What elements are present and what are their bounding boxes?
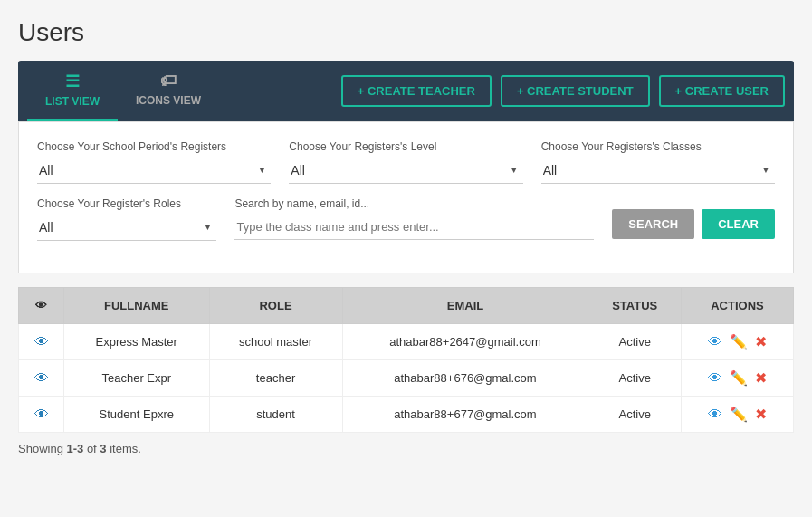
table-header-row: 👁 FULLNAME ROLE EMAIL STATUS ACTIONS xyxy=(19,288,794,324)
create-teacher-button[interactable]: + CREATE TEACHER xyxy=(341,75,492,107)
pagination-text: Showing 1-3 of 3 items. xyxy=(18,442,794,455)
table-body: 👁 Express Master school master athabar88… xyxy=(19,324,794,433)
delete-icon[interactable]: ✖ xyxy=(755,333,767,350)
col-fullname: FULLNAME xyxy=(64,288,210,324)
tab-icons-view[interactable]: 🏷 ICONS VIEW xyxy=(118,61,219,121)
page-container: Users ☰ LIST VIEW 🏷 ICONS VIEW + CREATE … xyxy=(0,0,812,517)
table-row: 👁 Student Epxre student athabar88+677@gm… xyxy=(19,397,794,433)
edit-icon[interactable]: ✏️ xyxy=(730,406,748,423)
view-icon[interactable]: 👁 xyxy=(708,334,722,350)
filter-period: Choose Your School Period's Registers Al… xyxy=(37,140,271,184)
create-user-button[interactable]: + CREATE USER xyxy=(659,75,785,107)
list-view-icon: ☰ xyxy=(65,72,80,91)
showing-label: Showing xyxy=(18,442,66,455)
classes-select[interactable]: All xyxy=(541,158,775,184)
level-label: Choose Your Registers's Level xyxy=(289,140,522,153)
period-label: Choose Your School Period's Registers xyxy=(37,140,271,153)
tab-icons-view-label: ICONS VIEW xyxy=(136,94,201,107)
row-actions: 👁 ✏️ ✖ xyxy=(681,324,793,360)
period-select[interactable]: All xyxy=(37,158,271,184)
row-actions: 👁 ✏️ ✖ xyxy=(681,360,793,397)
edit-icon[interactable]: ✏️ xyxy=(730,369,748,387)
row-eye[interactable]: 👁 xyxy=(19,360,64,397)
row-role: school master xyxy=(209,324,342,360)
delete-icon[interactable]: ✖ xyxy=(755,369,767,387)
tab-list-view-label: LIST VIEW xyxy=(45,95,100,108)
items-label: items. xyxy=(107,442,141,455)
filter-row-2: Choose Your Register's Roles All Search … xyxy=(37,197,775,241)
row-status: Active xyxy=(588,360,682,397)
table-section: 👁 FULLNAME ROLE EMAIL STATUS ACTIONS 👁 E… xyxy=(18,287,794,433)
col-email: EMAIL xyxy=(342,288,588,324)
search-input[interactable] xyxy=(234,215,594,240)
row-role: teacher xyxy=(209,360,342,397)
delete-icon[interactable]: ✖ xyxy=(755,406,767,423)
level-select[interactable]: All xyxy=(289,158,522,184)
row-actions: 👁 ✏️ ✖ xyxy=(681,397,793,433)
level-select-wrapper: All xyxy=(289,158,522,184)
roles-select[interactable]: All xyxy=(37,215,216,241)
tab-list-view[interactable]: ☰ LIST VIEW xyxy=(27,61,118,121)
row-fullname: Student Epxre xyxy=(64,397,210,433)
roles-select-wrapper: All xyxy=(37,215,216,241)
period-select-wrapper: All xyxy=(37,158,271,184)
search-buttons: SEARCH CLEAR xyxy=(612,197,775,241)
row-status: Active xyxy=(588,324,682,360)
row-status: Active xyxy=(588,397,682,433)
row-eye[interactable]: 👁 xyxy=(19,324,64,360)
top-bar: ☰ LIST VIEW 🏷 ICONS VIEW + CREATE TEACHE… xyxy=(18,61,794,121)
row-fullname: Teacher Expr xyxy=(64,360,210,397)
row-email: athabar88+2647@gmail.com xyxy=(342,324,588,360)
icons-view-icon: 🏷 xyxy=(160,72,177,91)
col-actions: ACTIONS xyxy=(681,288,793,324)
row-email: athabar88+676@gmal.com xyxy=(342,360,588,397)
action-buttons: + CREATE TEACHER + CREATE STUDENT + CREA… xyxy=(341,66,785,116)
create-student-button[interactable]: + CREATE STUDENT xyxy=(501,75,650,107)
col-role: ROLE xyxy=(209,288,342,324)
row-role: student xyxy=(209,397,342,433)
filter-classes: Choose Your Registers's Classes All xyxy=(541,140,775,184)
filter-search: Search by name, email, id... xyxy=(234,197,594,241)
total-count: 3 xyxy=(100,442,106,455)
filter-row-1: Choose Your School Period's Registers Al… xyxy=(37,140,775,184)
of-label: of xyxy=(83,442,100,455)
classes-select-wrapper: All xyxy=(541,158,775,184)
showing-range: 1-3 xyxy=(66,442,83,455)
col-eye: 👁 xyxy=(19,288,64,324)
view-icon[interactable]: 👁 xyxy=(708,407,722,423)
users-table: 👁 FULLNAME ROLE EMAIL STATUS ACTIONS 👁 E… xyxy=(18,287,794,433)
roles-label: Choose Your Register's Roles xyxy=(37,197,216,210)
classes-label: Choose Your Registers's Classes xyxy=(541,140,775,153)
filter-level: Choose Your Registers's Level All xyxy=(289,140,522,184)
table-row: 👁 Express Master school master athabar88… xyxy=(19,324,794,360)
search-button[interactable]: SEARCH xyxy=(612,209,694,239)
col-status: STATUS xyxy=(588,288,682,324)
page-title: Users xyxy=(18,18,794,47)
filters-section: Choose Your School Period's Registers Al… xyxy=(18,121,794,273)
table-row: 👁 Teacher Expr teacher athabar88+676@gma… xyxy=(19,360,794,397)
clear-button[interactable]: CLEAR xyxy=(702,209,775,239)
row-fullname: Express Master xyxy=(64,324,210,360)
edit-icon[interactable]: ✏️ xyxy=(730,333,748,350)
view-tabs: ☰ LIST VIEW 🏷 ICONS VIEW xyxy=(27,61,219,121)
filter-roles: Choose Your Register's Roles All xyxy=(37,197,216,241)
search-label: Search by name, email, id... xyxy=(234,197,594,210)
eye-header-icon: 👁 xyxy=(35,299,47,312)
row-eye[interactable]: 👁 xyxy=(19,397,64,433)
view-icon[interactable]: 👁 xyxy=(708,370,722,387)
row-email: athabar88+677@gmal.com xyxy=(342,397,588,433)
